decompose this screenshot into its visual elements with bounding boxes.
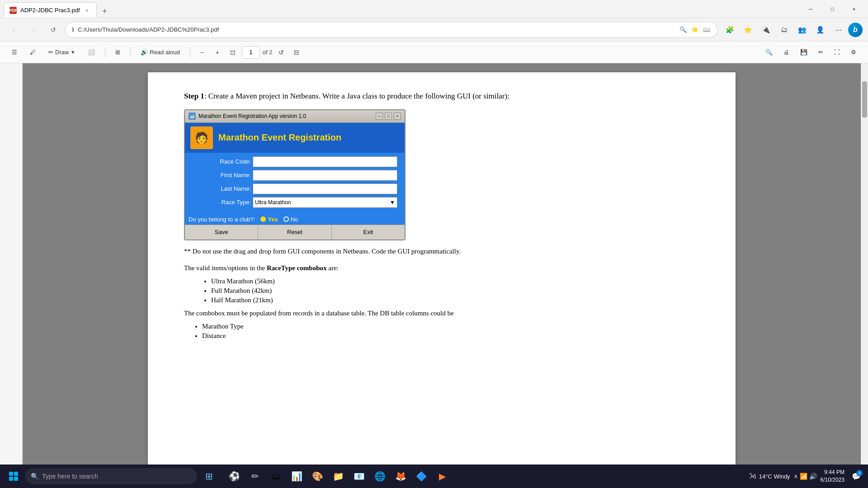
taskbar-app-store[interactable]: 🗂	[266, 466, 286, 486]
new-tab-button[interactable]: +	[99, 5, 111, 18]
copilot-icon[interactable]: 👥	[794, 22, 810, 38]
taskbar-app-firefox[interactable]: 🦊	[391, 466, 410, 486]
last-name-input[interactable]	[253, 183, 397, 194]
start-button[interactable]	[4, 466, 24, 486]
eraser-button[interactable]: ⬜	[83, 45, 99, 60]
rotate-button[interactable]: ↺	[275, 46, 288, 59]
race-type-row: Race Type: Ultra Marathon ▼	[192, 197, 397, 208]
weather-widget[interactable]: 🌬 14°C Windy	[749, 472, 790, 480]
save-button[interactable]: 💾	[796, 45, 812, 60]
zoom-out-button[interactable]: −	[196, 46, 208, 59]
tab-close-button[interactable]: ×	[84, 7, 91, 14]
no-label: No	[291, 216, 298, 223]
read-aloud-button[interactable]: 🔊 Read aloud	[136, 45, 184, 60]
para1-suffix: are:	[327, 264, 339, 272]
java-save-button[interactable]: Save	[185, 225, 258, 239]
list-item: Marathon Type	[202, 323, 699, 330]
address-bar: ‹ › ↺ ℹ C:/Users/Thula/Downloads/ADP2-JD…	[0, 18, 868, 42]
system-tray: 🌬 14°C Windy ∧ 📶 🔊 9:44 PM 6/10/2023 💬 3	[749, 468, 864, 484]
back-button[interactable]: ‹	[5, 22, 22, 38]
no-radio[interactable]: No	[283, 216, 298, 223]
favorites-icon[interactable]: ⭐	[690, 25, 699, 34]
refresh-button[interactable]: ↺	[45, 22, 61, 38]
minimize-button[interactable]: ─	[800, 2, 821, 16]
favorites-star-icon[interactable]: ⭐	[740, 22, 756, 38]
toc-button[interactable]: ☰	[7, 45, 22, 60]
layout-button[interactable]: ⊟	[290, 46, 303, 59]
first-name-input[interactable]	[253, 170, 397, 181]
print-button[interactable]: 🖨	[779, 45, 794, 60]
taskbar-app-edge[interactable]: 🔷	[411, 466, 431, 486]
taskbar-search-icon: 🔍	[31, 473, 38, 480]
taskbar-app-media[interactable]: ▶	[432, 466, 452, 486]
list-item: Full Marathon (42km)	[211, 287, 699, 295]
settings-icon[interactable]: ⋯	[830, 22, 846, 38]
collections-icon[interactable]: 🗂	[776, 22, 792, 38]
yes-radio[interactable]: Yes	[260, 216, 278, 223]
extensions-icon[interactable]: 🧩	[722, 22, 738, 38]
search-icon[interactable]: 🔍	[679, 25, 688, 34]
para1-bold: RaceType combobox	[267, 264, 327, 272]
race-code-input[interactable]	[253, 156, 397, 167]
taskbar-app-files[interactable]: 📁	[328, 466, 348, 486]
clock-time: 9:44 PM	[821, 469, 844, 476]
fullscreen-button[interactable]: ⛶	[830, 45, 844, 60]
tab-area: PDF ADP2-JDBC Prac3.pdf × +	[4, 0, 111, 18]
more-settings-button[interactable]: ⚙	[846, 45, 861, 60]
java-titlebar: ☕ Marathon Event Registration App versio…	[185, 110, 405, 123]
toolbar-separator-2	[130, 47, 131, 58]
notification-button[interactable]: 💬 3	[848, 468, 864, 484]
taskbar-app-pen[interactable]: ✏	[245, 466, 265, 486]
race-code-row: Race Code:	[192, 156, 397, 167]
task-view-button[interactable]: ⊞	[199, 466, 219, 486]
up-arrow-icon[interactable]: ∧	[794, 473, 798, 479]
taskbar-app-mail[interactable]: 📧	[349, 466, 369, 486]
wifi-icon[interactable]: 📶	[800, 473, 807, 480]
race-types-list: Ultra Marathon (56km) Full Marathon (42k…	[211, 277, 699, 304]
scrollbar-area[interactable]	[861, 63, 868, 465]
system-clock[interactable]: 9:44 PM 6/10/2023	[821, 469, 844, 484]
taskbar-app-chrome[interactable]: 🌐	[370, 466, 390, 486]
pdf-viewport[interactable]: Step 1: Create a Maven project in Netbea…	[23, 63, 861, 465]
dropdown-arrow-icon: ▼	[390, 199, 395, 206]
last-name-row: Last Name:	[192, 183, 397, 194]
para1-prefix: The valid items/options in the	[184, 264, 267, 272]
pdf-page: Step 1: Create a Maven project in Netbea…	[148, 72, 736, 465]
user-icon[interactable]: 👤	[812, 22, 828, 38]
bing-chat-icon[interactable]: b	[848, 23, 863, 37]
forward-button[interactable]: ›	[25, 22, 42, 38]
java-reset-button[interactable]: Reset	[258, 225, 331, 239]
highlight-button[interactable]: 🖊	[25, 45, 40, 60]
draw-button[interactable]: ✏ Draw ▼	[44, 45, 80, 60]
race-type-select[interactable]: Ultra Marathon ▼	[253, 197, 397, 208]
java-app-body: 🧑 Marathon Event Registration Race Code:…	[185, 123, 405, 239]
taskbar-app-soccer[interactable]: ⚽	[224, 466, 244, 486]
fit-page-button[interactable]: ⊡	[226, 46, 239, 59]
no-radio-circle	[283, 216, 289, 222]
java-close-btn: ×	[394, 113, 401, 120]
active-tab[interactable]: PDF ADP2-JDBC Prac3.pdf ×	[4, 2, 97, 18]
volume-icon[interactable]: 🔊	[809, 473, 817, 480]
yes-radio-circle	[260, 216, 266, 222]
main-content: Step 1: Create a Maven project in Netbea…	[0, 63, 868, 465]
pdf-search-button[interactable]: 🔍	[761, 45, 777, 60]
list-item: Distance	[202, 332, 699, 340]
combobox-intro: The valid items/options in the RaceType …	[184, 264, 699, 272]
scrollbar-thumb[interactable]	[862, 81, 867, 117]
gui-note: ** Do not use the drag and drop form GUI…	[184, 248, 699, 255]
draw-tool-button[interactable]: ✏	[814, 45, 828, 60]
java-app-header: 🧑 Marathon Event Registration	[185, 123, 405, 153]
reading-list-icon[interactable]: 📖	[702, 25, 711, 34]
taskbar-app-figma[interactable]: 🎨	[307, 466, 327, 486]
tab-title: ADP2-JDBC Prac3.pdf	[20, 7, 80, 14]
taskbar-app-powerpoint[interactable]: 📊	[287, 466, 307, 486]
browser-addon-icon[interactable]: 🔌	[758, 22, 774, 38]
address-input[interactable]: ℹ C:/Users/Thula/Downloads/ADP2-JDBC%20P…	[65, 22, 718, 38]
maximize-button[interactable]: □	[822, 2, 843, 16]
zoom-in-button[interactable]: +	[211, 46, 224, 59]
close-button[interactable]: ×	[844, 2, 864, 16]
taskbar-search[interactable]: 🔍 Type here to search	[25, 468, 197, 484]
java-exit-button[interactable]: Exit	[332, 225, 405, 239]
text-select-button[interactable]: ⊞	[111, 45, 125, 60]
page-number-input[interactable]	[242, 46, 260, 59]
